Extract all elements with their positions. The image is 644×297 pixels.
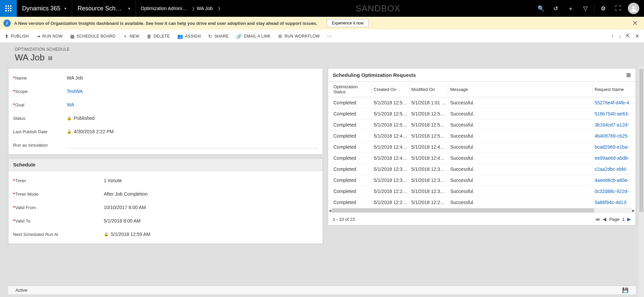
- col-message[interactable]: Message: [448, 84, 593, 94]
- breadcrumb-item[interactable]: WA Job: [197, 6, 213, 11]
- table-row[interactable]: Completed5/1/2018 12:59 …5/1/2018 1:01 A…: [328, 97, 636, 108]
- scrollbar-thumb[interactable]: [332, 208, 594, 212]
- field-run-as-sim[interactable]: [67, 142, 318, 148]
- field-scope-link[interactable]: TestWA: [67, 89, 318, 94]
- schedule-panel: Schedule *Timer 1 minute *Timer Mode Aft…: [8, 158, 323, 244]
- scrollbar-thumb[interactable]: [639, 69, 643, 212]
- col-status[interactable]: Optimization Status: [331, 84, 372, 94]
- close-icon[interactable]: ✕: [630, 19, 641, 27]
- table-row[interactable]: Completed5/1/2018 12:46 …5/1/2018 12:50 …: [328, 131, 636, 142]
- run-workflow-button[interactable]: ⚙RUN WORKFLOW: [278, 34, 320, 39]
- publish-icon: ⬆: [5, 34, 9, 39]
- breadcrumb-item[interactable]: Optimization Admini…: [141, 6, 187, 11]
- gear-icon[interactable]: ⚙: [596, 0, 610, 17]
- col-label: Modified On: [411, 87, 435, 92]
- cell-message: Successful.: [448, 200, 593, 205]
- table-row[interactable]: Completed5/1/2018 12:25 …5/1/2018 12:27 …: [328, 197, 636, 208]
- svg-rect-8: [10, 10, 11, 11]
- table-row[interactable]: Completed5/1/2018 12:40 …5/1/2018 12:42 …: [328, 153, 636, 164]
- email-link-button[interactable]: 🔗EMAIL A LINK: [236, 34, 271, 39]
- publish-button[interactable]: ⬆PUBLISH: [5, 34, 29, 39]
- nav-up-icon[interactable]: ↑: [611, 33, 614, 39]
- page-first-icon[interactable]: ⏮: [595, 216, 600, 222]
- cell-status: Completed: [331, 133, 372, 139]
- svg-point-9: [632, 6, 635, 9]
- horizontal-scrollbar[interactable]: ◀ ▶: [331, 208, 632, 213]
- table-row[interactable]: Completed5/1/2018 12:55 …5/1/2018 12:58 …: [328, 108, 636, 119]
- cmd-label: ASSIGN: [185, 34, 201, 39]
- area-dropdown[interactable]: Resource Sche… ▾: [72, 0, 136, 17]
- save-icon[interactable]: 💾: [622, 287, 629, 293]
- fullscreen-icon[interactable]: ⛶: [610, 0, 625, 17]
- popout-icon[interactable]: ⇱: [626, 33, 630, 39]
- table-row[interactable]: Completed5/1/2018 12:28 …5/1/2018 12:32 …: [328, 186, 636, 197]
- cell-modified: 5/1/2018 12:27 …: [409, 200, 448, 205]
- delete-button[interactable]: 🗑DELETE: [147, 34, 170, 39]
- cell-message: Successful.: [448, 144, 593, 150]
- page-prev-icon[interactable]: ◀: [603, 216, 606, 222]
- field-name[interactable]: WA Job: [67, 75, 318, 81]
- cell-request-name[interactable]: ee99ae6d-a5d8-: [593, 155, 632, 161]
- experience-button[interactable]: Experience it now: [327, 19, 369, 27]
- cell-request-name[interactable]: 55276e4f-d4fe-4: [593, 100, 632, 105]
- field-valid-to[interactable]: 5/1/2018 8:00 AM: [104, 218, 318, 224]
- search-icon[interactable]: 🔍: [534, 0, 548, 17]
- share-button[interactable]: ↻SHARE: [208, 34, 229, 39]
- close-icon[interactable]: ✕: [635, 33, 639, 39]
- schedule-title: Schedule: [8, 158, 323, 171]
- app-launcher-icon[interactable]: [0, 0, 17, 17]
- svg-rect-7: [8, 10, 9, 11]
- cell-status: Completed: [331, 111, 372, 116]
- field-goal-link[interactable]: WA: [67, 102, 318, 107]
- cell-request-name[interactable]: 5a86f94c-4d13-: [593, 200, 632, 205]
- table-row[interactable]: Completed5/1/2018 12:43 …5/1/2018 12:45 …: [328, 142, 636, 153]
- assign-button[interactable]: 👥ASSIGN: [177, 34, 201, 39]
- cell-request-name[interactable]: c2aa2dbc-ebfd-: [593, 166, 632, 172]
- cell-message: Successful.: [448, 189, 593, 194]
- cell-request-name[interactable]: 4b408769-cb25-: [593, 133, 632, 139]
- nav-down-icon[interactable]: ↓: [618, 33, 621, 39]
- cell-request-name[interactable]: 516b7540-ae63-: [593, 111, 632, 116]
- table-row[interactable]: Completed5/1/2018 12:51 …5/1/2018 12:54 …: [328, 119, 636, 131]
- cell-request-name[interactable]: bcad2969-e1ba-: [593, 144, 632, 150]
- field-timer[interactable]: 1 minute: [104, 178, 318, 183]
- breadcrumb: Optimization Admini… ❯ WA Job ❯: [136, 6, 222, 11]
- scroll-left-icon[interactable]: ◀: [328, 208, 332, 213]
- recent-icon[interactable]: ↺: [548, 0, 563, 17]
- cell-request-name[interactable]: 0c32d88c-922d-: [593, 189, 632, 194]
- list-icon[interactable]: ▤: [48, 55, 52, 60]
- scroll-right-icon[interactable]: ▶: [632, 208, 636, 213]
- col-created[interactable]: Created On↓: [372, 84, 409, 94]
- cell-modified: 5/1/2018 12:45 …: [409, 144, 448, 150]
- svg-rect-5: [10, 8, 11, 9]
- schedule-board-button[interactable]: ▦SCHEDULE BOARD: [70, 34, 116, 39]
- user-avatar[interactable]: [628, 3, 639, 14]
- share-icon: ↻: [208, 34, 212, 39]
- new-icon[interactable]: ＋: [563, 0, 578, 17]
- brand-dropdown[interactable]: Dynamics 365 ▾: [17, 0, 72, 17]
- label-status: Status: [13, 116, 26, 121]
- lock-icon: 🔒: [104, 232, 109, 237]
- col-modified[interactable]: Modified On: [409, 84, 448, 94]
- page-next-icon[interactable]: ▶: [627, 216, 631, 222]
- area-label: Resource Sche…: [78, 5, 124, 12]
- grid-view-icon[interactable]: ▦: [626, 72, 631, 78]
- run-now-button[interactable]: ⇥RUN NOW: [36, 34, 63, 39]
- col-request-name[interactable]: Request Name: [593, 84, 632, 94]
- field-timer-mode[interactable]: After Job Completion: [104, 191, 318, 197]
- vertical-scrollbar[interactable]: [639, 66, 644, 297]
- cell-request-name[interactable]: 3b164cd7-a12d-: [593, 122, 632, 128]
- cell-message: Successful.: [448, 122, 593, 128]
- label-last-publish: Last Publish Date: [13, 129, 47, 134]
- table-row[interactable]: Completed5/1/2018 12:36 …5/1/2018 12:39 …: [328, 164, 636, 175]
- cell-status: Completed: [331, 122, 372, 128]
- filter-icon[interactable]: ▽: [578, 0, 593, 17]
- new-button[interactable]: ＋NEW: [123, 33, 139, 39]
- cell-created: 5/1/2018 12:40 …: [372, 155, 409, 161]
- cell-modified: 5/1/2018 12:39 …: [409, 166, 448, 172]
- cell-request-name[interactable]: 4aee66cb-a65e-: [593, 178, 632, 183]
- field-valid-from[interactable]: 10/10/2017 8:00 AM: [104, 205, 318, 210]
- more-commands-button[interactable]: ⋯: [327, 34, 334, 39]
- table-row[interactable]: Completed5/1/2018 12:33 …5/1/2018 12:35 …: [328, 175, 636, 186]
- cmd-label: RUN WORKFLOW: [284, 34, 320, 39]
